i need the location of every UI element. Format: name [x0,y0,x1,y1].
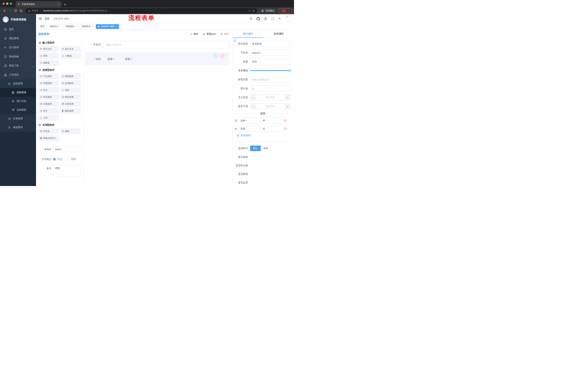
palette-item-color-picker[interactable]: 颜色选择 [60,108,81,114]
title-input[interactable] [250,59,291,65]
gender-option-2-checkbox[interactable]: 选项二 [120,57,132,61]
palette-item-time-range[interactable]: 时间范围 [60,94,81,100]
back-icon[interactable] [2,8,7,13]
status-on-radio[interactable]: 开启 [53,156,62,161]
avatar-caret-icon[interactable] [288,21,289,22]
browser-menu-icon[interactable]: ⋮ [287,9,290,12]
drag-handle-icon[interactable] [234,128,237,130]
sidebar-item-process-model[interactable]: 流程模型 [0,106,36,114]
hamburger-icon[interactable] [39,17,42,20]
sidebar-item-devtools[interactable]: 研发工具 [0,61,36,70]
tab-form-props[interactable]: 表单属性 [263,30,294,38]
github-icon[interactable] [255,16,261,22]
sidebar-item-task-management[interactable]: 任务管理 [0,114,36,123]
breadcrumb-home[interactable]: 首页 [45,17,50,20]
palette-item-switch[interactable]: 开关 [39,87,59,93]
close-window-button[interactable] [2,2,5,5]
style-button-button[interactable]: 按钮 [261,146,271,151]
search-icon[interactable] [248,16,254,22]
form-name-input[interactable] [53,146,81,152]
palette-item-table[interactable]: 表格[开发中] [39,135,59,141]
palette-item-password[interactable]: 密码 [39,53,59,59]
close-icon[interactable]: × [59,25,61,28]
close-icon[interactable]: × [75,25,77,28]
sidebar-item-infrastructure[interactable]: 基础设施 [0,52,36,61]
gender-field-block[interactable]: 性别 选项一 选项二 [85,52,230,65]
bookmark-star-icon[interactable] [252,10,255,12]
tab-component-props[interactable]: 组件属性 [233,30,263,38]
minus-icon[interactable]: − [250,95,256,100]
status-off-radio[interactable]: 关闭 [67,156,76,161]
browser-update-button[interactable]: 更新 ⋮ [278,8,292,13]
tag-process-form-edit[interactable]: 流程表单-编辑× [96,24,119,29]
remove-option-icon[interactable] [284,119,287,122]
tag-process-model[interactable]: 流程模型× [64,24,79,29]
close-icon[interactable]: × [116,25,117,28]
tab-close-icon[interactable]: × [57,3,60,6]
label-width-input[interactable] [250,77,291,83]
help-icon[interactable] [262,16,269,22]
home-icon[interactable] [18,8,24,13]
palette-item-select[interactable]: 下拉选择 [39,74,59,79]
tag-home[interactable]: 首页 [38,24,47,29]
sidebar-item-process-management[interactable]: 流程管理 [0,79,36,88]
save-button[interactable]: 保存 [190,32,198,36]
palette-item-radio-group[interactable]: 单选框组 [39,80,59,86]
palette-item-checkbox-group[interactable]: 多选框组 [60,80,81,86]
palette-item-rate[interactable]: 评分 [39,108,59,114]
palette-item-row-container[interactable]: 行容器 [39,128,59,134]
copy-component-button[interactable] [214,54,218,58]
sidebar-item-leave-query[interactable]: 请假查询 [0,123,36,132]
new-tab-button[interactable]: + [64,3,66,6]
tag-process-form[interactable]: 流程表单× [80,24,95,29]
sidebar-item-workflow[interactable]: 工作流程 [0,70,36,79]
phone-field-row[interactable]: 手机号 [85,41,230,48]
drag-handle-icon[interactable] [234,119,237,122]
palette-item-date-range[interactable]: 日期范围 [60,101,81,107]
browser-tab[interactable]: 芋道管理系统 × [16,1,62,7]
palette-item-multi-text[interactable]: 多行文本 [60,46,81,52]
max-select-input[interactable] [256,104,285,109]
plus-icon[interactable]: + [285,104,291,109]
component-type-select[interactable]: 多选框组 [250,41,291,47]
delete-component-button[interactable] [220,54,224,58]
minimize-window-button[interactable] [6,2,8,5]
link-icon[interactable] [234,39,237,42]
field-name-input[interactable] [250,50,291,56]
phone-input[interactable] [103,41,230,48]
zoom-window-button[interactable] [10,2,12,5]
option-label-input[interactable] [239,118,260,124]
forward-icon[interactable] [7,8,13,13]
font-size-icon[interactable]: TT [277,16,283,22]
key-icon[interactable] [248,10,251,12]
clear-button[interactable]: 清空 [220,32,229,36]
option-value-input[interactable] [261,118,282,124]
fullscreen-icon[interactable] [270,16,276,22]
grid-slider[interactable] [250,68,291,74]
avatar[interactable] [286,15,292,21]
option-value-input[interactable] [261,126,282,132]
add-option-button[interactable]: 添加选项 [237,134,291,137]
app-logo[interactable]: 芋道管理系统 [0,14,36,25]
gender-option-1-checkbox[interactable]: 选项一 [103,57,115,61]
slider-handle[interactable] [288,69,291,72]
sidebar-item-payment[interactable]: ¥ 支付管理 [0,43,36,52]
slider-track[interactable] [250,70,290,71]
option-label-input[interactable] [239,126,260,132]
view-json-button[interactable]: 查看json [203,32,216,36]
plus-icon[interactable]: + [285,95,291,100]
address-bar[interactable]: 不安全 | dashboard.yudao.iocoder.cn/bpm/man… [25,8,257,13]
palette-item-editor[interactable]: 编辑器 [39,60,59,65]
palette-item-slider[interactable]: 滑块 [60,87,81,93]
default-value-input[interactable] [250,85,291,91]
sidebar-item-process-form[interactable]: 流程表单 [0,88,36,97]
remark-textarea[interactable]: 嘿嘿 [53,165,81,177]
palette-item-single-text[interactable]: 单行文本 [39,46,59,52]
palette-item-date-picker[interactable]: 日期选择 [39,101,59,107]
sidebar-item-home[interactable]: 首页 [0,25,36,34]
remove-option-icon[interactable] [284,127,287,130]
palette-item-button[interactable]: 按钮 [60,128,81,134]
reload-icon[interactable] [13,8,18,13]
palette-item-time-picker[interactable]: 时间选择 [39,94,59,100]
sidebar-item-system[interactable]: 系统管理 [0,34,36,43]
